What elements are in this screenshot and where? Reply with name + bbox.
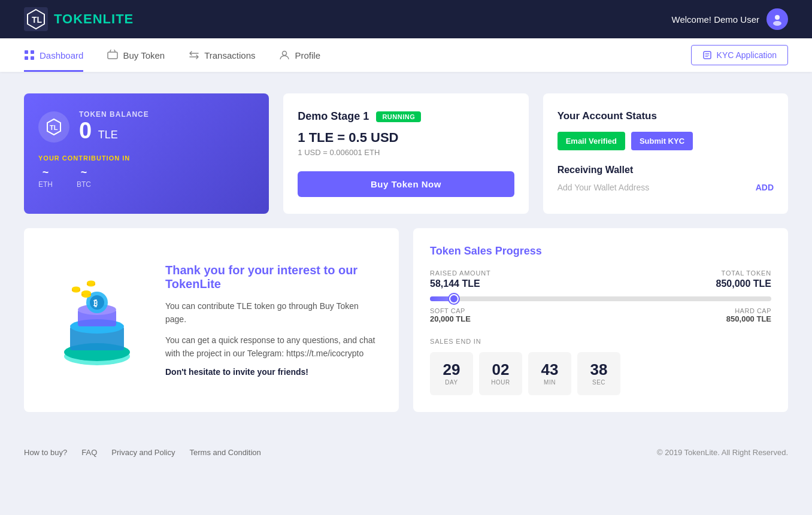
token-balance-amount: 0 TLE xyxy=(79,119,149,144)
logo-text: TOKENLITE xyxy=(54,11,134,27)
welcome-content: Thank you for your interest to our Token… xyxy=(165,263,380,377)
header: TL TOKENLITE Welcome! Demo User xyxy=(0,0,812,38)
countdown-day: 29 DAY xyxy=(430,352,473,395)
svg-rect-6 xyxy=(31,50,34,54)
header-right: Welcome! Demo User xyxy=(672,8,788,30)
nav-item-profile[interactable]: Profile xyxy=(279,38,320,72)
nav-item-dashboard[interactable]: Dashboard xyxy=(24,38,83,72)
profile-icon xyxy=(279,50,290,60)
sales-title: Token Sales Progress xyxy=(430,245,771,258)
email-verified-button[interactable]: Email Verified xyxy=(558,132,625,150)
welcome-para-1: You can contribute TLE token go through … xyxy=(165,299,380,326)
account-status-buttons: Email Verified Submit KYC xyxy=(558,132,774,150)
rate-main: 1 TLE = 0.5 USD xyxy=(298,130,514,146)
stage-card: Demo Stage 1 RUNNING 1 TLE = 0.5 USD 1 U… xyxy=(283,93,528,214)
nav: Dashboard Buy Token Transactions Profile xyxy=(0,38,812,72)
stage-header: Demo Stage 1 RUNNING xyxy=(298,110,514,123)
countdown: 29 DAY 02 HOUR 43 MIN 38 SEC xyxy=(430,352,771,395)
welcome-title: Thank you for your interest to our Token… xyxy=(165,263,380,291)
logo: TL TOKENLITE xyxy=(24,7,134,31)
soft-cap-value: 20,000 TLE xyxy=(430,314,471,323)
nav-item-buy-token[interactable]: Buy Token xyxy=(107,38,165,72)
footer-links: How to buy? FAQ Privacy and Policy Terms… xyxy=(24,448,261,457)
footer: How to buy? FAQ Privacy and Policy Terms… xyxy=(0,436,812,469)
svg-rect-5 xyxy=(25,50,28,54)
submit-kyc-button[interactable]: Submit KYC xyxy=(631,132,693,150)
kyc-application-button[interactable]: KYC Application xyxy=(691,45,788,65)
countdown-hour: 02 HOUR xyxy=(479,352,522,395)
top-row-cards: TL TOKEN BALANCE 0 TLE YOUR CONTRIBUTION… xyxy=(24,93,788,214)
soft-cap-label: SOFT CAP xyxy=(430,307,471,314)
footer-link-privacy[interactable]: Privacy and Policy xyxy=(111,448,175,457)
svg-rect-7 xyxy=(25,56,28,60)
cap-labels: SOFT CAP 20,000 TLE HARD CAP 850,000 TLE xyxy=(430,307,771,323)
amounts-row: RAISED AMOUNT 58,144 TLE TOTAL TOKEN 850… xyxy=(430,269,771,289)
nav-links: Dashboard Buy Token Transactions Profile xyxy=(24,38,320,72)
svg-point-31 xyxy=(87,280,95,284)
soft-cap: SOFT CAP 20,000 TLE xyxy=(430,307,471,323)
contribution-row: ~ ETH ~ BTC xyxy=(38,166,254,189)
svg-point-10 xyxy=(283,51,287,56)
wallet-row: Add Your Wallet Address ADD xyxy=(558,183,774,192)
bottom-row-cards: ₿ Thank you for your interest to our Tok… xyxy=(24,228,788,412)
progress-thumb xyxy=(449,294,459,304)
welcome-para-2: You can get a quick response to any ques… xyxy=(165,334,380,360)
svg-text:TL: TL xyxy=(32,15,43,25)
hard-cap-label: HARD CAP xyxy=(726,307,771,314)
footer-link-faq[interactable]: FAQ xyxy=(81,448,97,457)
main-content: TL TOKEN BALANCE 0 TLE YOUR CONTRIBUTION… xyxy=(0,72,812,424)
svg-text:₿: ₿ xyxy=(93,298,98,308)
svg-rect-9 xyxy=(108,52,117,59)
transactions-icon xyxy=(189,50,199,60)
wallet-placeholder-text: Add Your Wallet Address xyxy=(558,183,650,192)
svg-text:TL: TL xyxy=(50,124,58,131)
token-logo-icon: TL xyxy=(38,111,69,143)
wallet-section-title: Receiving Wallet xyxy=(558,165,774,175)
progress-bar-container xyxy=(430,296,771,301)
welcome-card: ₿ Thank you for your interest to our Tok… xyxy=(24,228,399,412)
crypto-illustration: ₿ xyxy=(43,266,151,374)
svg-point-25 xyxy=(81,290,91,295)
svg-point-28 xyxy=(72,286,80,290)
eth-contribution: ~ ETH xyxy=(38,166,53,189)
user-avatar[interactable] xyxy=(766,8,788,30)
running-badge: RUNNING xyxy=(376,111,421,122)
raised-label: RAISED AMOUNT xyxy=(430,269,490,277)
btc-contribution: ~ BTC xyxy=(77,166,91,189)
token-sales-card: Token Sales Progress RAISED AMOUNT 58,14… xyxy=(413,228,788,412)
total-section: TOTAL TOKEN 850,000 TLE xyxy=(716,269,772,289)
svg-point-4 xyxy=(773,21,781,26)
token-balance-top: TL TOKEN BALANCE 0 TLE xyxy=(38,110,254,144)
total-label: TOTAL TOKEN xyxy=(716,269,772,277)
buy-token-now-button[interactable]: Buy Token Now xyxy=(298,171,514,197)
total-amount: 850,000 TLE xyxy=(716,278,772,289)
footer-link-terms[interactable]: Terms and Condition xyxy=(190,448,261,457)
countdown-sec: 38 SEC xyxy=(577,352,620,395)
token-balance-card: TL TOKEN BALANCE 0 TLE YOUR CONTRIBUTION… xyxy=(24,93,269,214)
stage-title: Demo Stage 1 xyxy=(298,110,369,123)
hard-cap-value: 850,000 TLE xyxy=(726,314,771,323)
add-wallet-link[interactable]: ADD xyxy=(756,183,774,192)
hard-cap: HARD CAP 850,000 TLE xyxy=(726,307,771,323)
rate-sub: 1 USD = 0.006001 ETH xyxy=(298,148,514,157)
footer-link-how-to-buy[interactable]: How to buy? xyxy=(24,448,67,457)
nav-item-transactions[interactable]: Transactions xyxy=(189,38,255,72)
contribution-label: YOUR CONTRIBUTION IN xyxy=(38,154,254,162)
raised-section: RAISED AMOUNT 58,144 TLE xyxy=(430,269,490,289)
sales-end-label: SALES END IN xyxy=(430,338,771,345)
logo-icon: TL xyxy=(24,7,48,31)
welcome-text: Welcome! Demo User xyxy=(672,14,759,25)
raised-amount: 58,144 TLE xyxy=(430,278,490,289)
token-balance-label: TOKEN BALANCE xyxy=(79,110,149,119)
kyc-icon xyxy=(702,50,712,60)
buy-token-icon xyxy=(107,50,118,60)
dashboard-icon xyxy=(24,50,35,60)
countdown-min: 43 MIN xyxy=(528,352,571,395)
footer-copyright: © 2019 TokenLite. All Right Reserved. xyxy=(657,448,788,457)
account-status-card: Your Account Status Email Verified Submi… xyxy=(543,93,788,214)
svg-point-3 xyxy=(775,15,780,20)
svg-rect-8 xyxy=(31,56,34,60)
welcome-bold-text: Don't hesitate to invite your friends! xyxy=(165,367,380,377)
account-status-title: Your Account Status xyxy=(558,110,774,122)
